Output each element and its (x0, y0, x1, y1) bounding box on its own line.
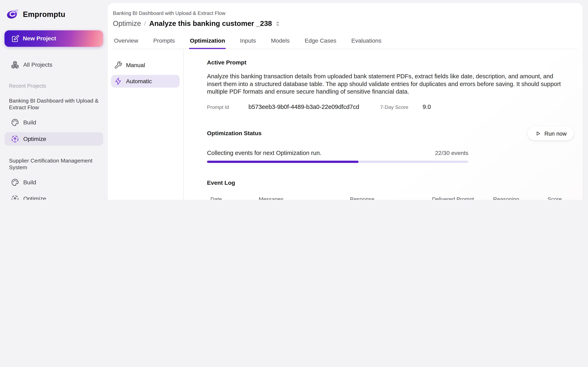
project-name[interactable]: Supplier Certification Management System (9, 158, 99, 171)
chevrons-up-down-icon[interactable] (275, 20, 281, 27)
tab-bar: Overview Prompts Optimization Inputs Mod… (113, 35, 578, 49)
play-icon (535, 130, 541, 136)
app-root: Empromptu New Project All Projects Re (0, 0, 588, 200)
wrench-icon (114, 61, 122, 69)
pencil-square-icon (11, 34, 19, 43)
manual-label: Manual (126, 62, 145, 68)
status-row: Collecting events for next Optimization … (207, 150, 468, 156)
palette-icon (10, 178, 19, 187)
sidebar-item-all-projects[interactable]: All Projects (4, 58, 103, 72)
optimization-content: Active Prompt Analyze this banking trans… (184, 49, 583, 200)
tab-prompts[interactable]: Prompts (153, 35, 176, 49)
new-project-button[interactable]: New Project (4, 30, 103, 47)
lightning-icon (114, 77, 122, 85)
event-log-table: Date Messages Response Delivered Prompt … (207, 196, 574, 200)
progress-bar (207, 160, 468, 163)
new-project-label: New Project (23, 35, 56, 42)
optimize-icon (10, 194, 19, 200)
active-prompt-text: Analyze this banking transaction details… (207, 73, 564, 96)
breadcrumb-section-optimize[interactable]: Optimize (113, 20, 141, 28)
tab-optimization[interactable]: Optimization (189, 35, 226, 49)
card-header: Banking BI Dashboard with Upload & Extra… (108, 3, 583, 49)
breadcrumb: Banking BI Dashboard with Upload & Extra… (113, 10, 578, 16)
sidebar-item-build[interactable]: Build (4, 116, 103, 129)
status-text: Collecting events for next Optimization … (207, 150, 321, 156)
project-group: Supplier Certification Management System… (0, 158, 108, 200)
col-messages: Messages (259, 196, 350, 200)
sidebar: Empromptu New Project All Projects Re (0, 0, 108, 200)
subnav-item-manual[interactable]: Manual (111, 59, 180, 71)
project-name[interactable]: Banking BI Dashboard with Upload & Extra… (9, 98, 99, 111)
sidebar-item-build[interactable]: Build (4, 175, 103, 189)
event-log-heading: Event Log (207, 179, 574, 186)
col-response: Response (350, 196, 432, 200)
optimization-status-header: Optimization Status Run now (207, 126, 574, 140)
sidebar-item-optimize[interactable]: Optimize (4, 132, 103, 146)
run-now-button[interactable]: Run now (527, 126, 574, 140)
build-label: Build (23, 179, 36, 186)
project-group: Banking BI Dashboard with Upload & Extra… (0, 98, 108, 149)
brand: Empromptu (0, 0, 108, 21)
col-delivered-prompt: Delivered Prompt (432, 196, 493, 200)
col-score: Score (548, 196, 574, 200)
cubes-icon (10, 60, 19, 69)
subnav-item-automatic[interactable]: Automatic (111, 75, 180, 87)
tab-models[interactable]: Models (270, 35, 290, 49)
active-prompt-heading: Active Prompt (207, 59, 574, 66)
progress-fill (207, 160, 359, 163)
events-count: 22/30 events (435, 150, 468, 156)
palette-icon (10, 118, 19, 127)
title-row: Optimize / Analyze this banking customer… (113, 20, 578, 28)
table-header-row: Date Messages Response Delivered Prompt … (207, 196, 574, 200)
page-title: Analyze this banking customer _238 (149, 20, 272, 28)
tab-edge-cases[interactable]: Edge Cases (304, 35, 337, 49)
build-label: Build (23, 119, 36, 126)
card-body: Manual Automatic Active Prompt Analyze t… (108, 49, 583, 200)
brand-logo-icon (6, 8, 20, 21)
all-projects-label: All Projects (23, 61, 52, 68)
optimize-icon (10, 134, 19, 143)
optimize-label: Optimize (23, 136, 46, 142)
tab-evaluations[interactable]: Evaluations (351, 35, 382, 49)
tab-inputs[interactable]: Inputs (239, 35, 257, 49)
recent-projects-label: Recent Projects (9, 83, 103, 89)
col-date: Date (207, 196, 259, 200)
optimize-label: Optimize (23, 196, 46, 200)
seven-day-score-label: 7-Day Score (380, 104, 408, 110)
col-reasoning: Reasoning (493, 196, 547, 200)
seven-day-score-value: 9.0 (423, 104, 431, 110)
main-card: Banking BI Dashboard with Upload & Extra… (108, 3, 583, 200)
tab-overview[interactable]: Overview (113, 35, 139, 49)
optimization-subnav: Manual Automatic (108, 49, 184, 200)
run-now-label: Run now (545, 130, 567, 136)
sidebar-item-optimize[interactable]: Optimize (4, 192, 103, 200)
prompt-id-label: Prompt Id (207, 104, 229, 110)
brand-name: Empromptu (23, 10, 65, 19)
prompt-meta-row: Prompt Id b573eeb3-9b0f-4489-b3a0-22e09d… (207, 104, 574, 110)
prompt-id-value: b573eeb3-9b0f-4489-b3a0-22e09dfcd7cd (249, 104, 359, 110)
breadcrumb-separator: / (144, 21, 146, 26)
optimization-status-heading: Optimization Status (207, 130, 261, 137)
automatic-label: Automatic (126, 78, 152, 85)
